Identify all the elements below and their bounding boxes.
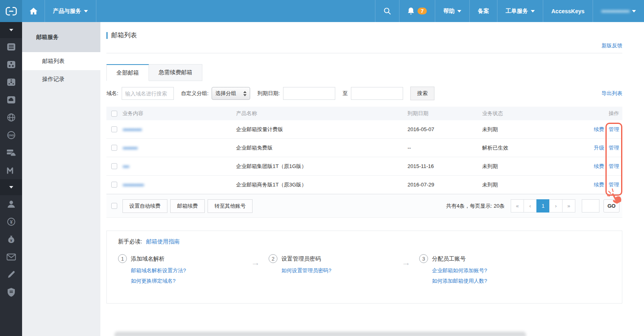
- home-icon[interactable]: [22, 0, 45, 22]
- upgrade-link[interactable]: 升级: [594, 144, 604, 152]
- pencil-icon: [7, 270, 16, 279]
- to-label: 至: [342, 90, 348, 97]
- guide-step-1: 1 添加域名解析 邮箱域名解析设置方法? 如何更换绑定域名?: [118, 254, 243, 286]
- tab-all-mailboxes[interactable]: 全部邮箱: [106, 64, 149, 81]
- accesskeys-label: AccessKeys: [551, 8, 585, 14]
- guide-lead-label: 新手必读:: [118, 238, 142, 245]
- row-checkbox[interactable]: [111, 126, 117, 132]
- bottom-shadow-bar: [114, 332, 526, 336]
- domain-search-input[interactable]: [122, 87, 174, 100]
- sidebar-item-funds[interactable]: ¥: [0, 231, 22, 248]
- page-prev-button[interactable]: ‹: [524, 199, 537, 213]
- group-select[interactable]: 选择分组: [212, 87, 250, 100]
- guide-link-change-domain[interactable]: 如何更换绑定域名?: [131, 276, 186, 286]
- export-list-link[interactable]: 导出列表: [601, 90, 622, 97]
- page-next-button[interactable]: ›: [549, 199, 562, 213]
- sidebar-item-messages[interactable]: [0, 248, 22, 266]
- guide-link-dns-setup[interactable]: 邮箱域名解析设置方法?: [131, 265, 186, 276]
- user-icon: [6, 200, 16, 208]
- group-filter-label: 自定义分组:: [181, 90, 209, 97]
- feedback-link[interactable]: 新版反馈: [601, 42, 622, 49]
- select-all-checkbox[interactable]: [111, 111, 117, 117]
- manage-link[interactable]: 管理: [609, 181, 619, 188]
- topbar: 产品与服务 7 帮助: [0, 0, 644, 22]
- sidebar-item-mail-list[interactable]: 邮箱列表: [22, 52, 100, 70]
- manage-link[interactable]: 管理: [609, 144, 619, 152]
- guide-link-admin-password[interactable]: 如何设置管理员密码?: [281, 265, 331, 276]
- tickets-menu[interactable]: 工单服务: [497, 0, 543, 22]
- page-first-button[interactable]: «: [511, 199, 524, 213]
- page-last-button[interactable]: »: [562, 199, 575, 213]
- renew-link[interactable]: 续费: [594, 181, 604, 188]
- col-header-status: 业务状态: [482, 110, 575, 117]
- svg-text:DNS: DNS: [8, 134, 14, 137]
- user-account-menu[interactable]: ●●●●●●●●●●●●: [593, 0, 644, 22]
- transfer-account-button[interactable]: 转至其他账号: [208, 199, 253, 213]
- auto-renew-button[interactable]: 设置自动续费: [122, 199, 167, 213]
- blurred-domain-link[interactable]: ●●●●●●●: [122, 145, 137, 151]
- beian-link[interactable]: 备案: [469, 0, 497, 22]
- dns-icon: DNS: [6, 130, 16, 140]
- status-text: 未到期: [482, 163, 575, 170]
- row-checkbox[interactable]: [111, 163, 117, 169]
- sidebar-item-cloud-storage[interactable]: [0, 144, 22, 162]
- chevron-down-icon: [84, 10, 88, 12]
- svg-text:¥: ¥: [10, 238, 12, 243]
- row-checkbox[interactable]: [111, 145, 117, 151]
- sidebar-item-cloud-app[interactable]: [0, 91, 22, 109]
- sidebar-collapse-top[interactable]: [0, 22, 22, 38]
- blurred-domain-link[interactable]: ●●●●●●●●●●: [122, 182, 143, 188]
- help-menu[interactable]: 帮助: [435, 0, 469, 22]
- tab-renewal-needed[interactable]: 急需续费邮箱: [149, 64, 202, 81]
- step-title: 分配员工账号: [432, 254, 487, 263]
- notifications-button[interactable]: 7: [399, 0, 435, 22]
- globe-icon: [6, 113, 16, 122]
- step-number-badge: 1: [118, 254, 127, 263]
- renew-link[interactable]: 续费: [594, 126, 604, 133]
- sidebar-item-server[interactable]: [0, 38, 22, 56]
- sidebar-item-user[interactable]: [0, 195, 22, 213]
- mailbox-guide-link[interactable]: 邮箱使用指南: [146, 238, 180, 245]
- pagination-summary: 共有4条，每页显示: 20条: [446, 202, 505, 210]
- nav-products[interactable]: 产品与服务: [45, 0, 96, 22]
- sidebar-item-share[interactable]: [0, 73, 22, 91]
- server-icon: [6, 43, 16, 51]
- guide-step-2: 2 设置管理员密码 如何设置管理员密码?: [269, 254, 393, 286]
- sidebar-item-dns[interactable]: DNS: [0, 126, 22, 144]
- blurred-domain-link[interactable]: ●●●: [122, 164, 129, 169]
- search-button[interactable]: 搜索: [410, 87, 434, 100]
- table-header-row: 业务内容 产品名称 到期日期 业务状态 操作: [106, 107, 622, 120]
- manage-link[interactable]: 管理: [609, 163, 619, 170]
- sidebar-item-operation-log[interactable]: 操作记录: [22, 70, 100, 88]
- sidebar-item-edit[interactable]: [0, 266, 22, 283]
- expire-date-from-input[interactable]: [283, 87, 335, 100]
- accesskeys-link[interactable]: AccessKeys: [543, 0, 593, 22]
- manage-link[interactable]: 管理: [609, 126, 619, 133]
- expire-date-to-input[interactable]: [351, 87, 403, 100]
- guide-link-add-account[interactable]: 企业邮箱如何添加账号?: [432, 265, 487, 276]
- search-button[interactable]: [375, 0, 399, 22]
- page-jump-input[interactable]: [582, 199, 599, 213]
- aliyun-logo-icon[interactable]: [0, 0, 22, 22]
- sidebar-item-security[interactable]: [0, 283, 22, 301]
- sidebar-collapse-bottom[interactable]: [0, 179, 22, 195]
- renew-link[interactable]: 续费: [594, 163, 604, 170]
- guide-link-add-users[interactable]: 如何添加邮箱使用人数?: [432, 276, 487, 286]
- step-title: 设置管理员密码: [281, 254, 331, 263]
- blurred-domain-link[interactable]: ●●●●●●●●●: [122, 127, 141, 132]
- col-header-business: 业务内容: [122, 110, 236, 117]
- m-letter-icon: [6, 166, 16, 174]
- row-checkbox[interactable]: [111, 182, 117, 188]
- user-name-masked: ●●●●●●●●●●●●: [601, 8, 629, 14]
- select-arrows-icon: [243, 91, 247, 96]
- select-all-checkbox[interactable]: [111, 203, 117, 209]
- sidebar-item-nodes[interactable]: [0, 56, 22, 73]
- sidebar-item-m-service[interactable]: [0, 162, 22, 179]
- collapse-caret-icon: [9, 186, 13, 188]
- page-number-1[interactable]: 1: [536, 199, 550, 213]
- sidebar-item-domain[interactable]: [0, 109, 22, 126]
- go-button[interactable]: GO: [603, 199, 620, 213]
- sidebar-item-billing[interactable]: ¥: [0, 213, 22, 231]
- help-label: 帮助: [443, 8, 454, 15]
- mailbox-renew-button[interactable]: 邮箱续费: [170, 199, 205, 213]
